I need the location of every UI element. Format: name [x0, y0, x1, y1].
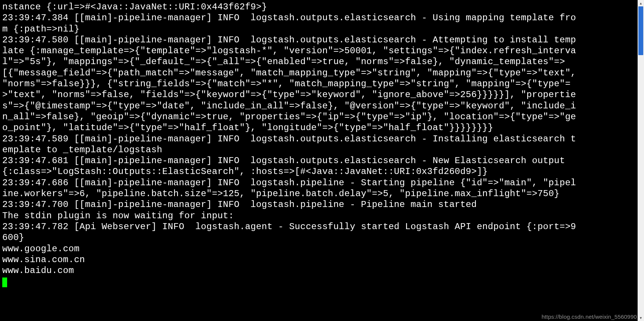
scrollbar-vertical[interactable]: ▲ ▼ — [638, 0, 644, 321]
log-line: The stdin plugin is now waiting for inpu… — [2, 211, 234, 221]
log-line: 23:39:47.700 [[main]-pipeline-manager] I… — [2, 200, 477, 210]
log-line: www.sina.com.cn — [2, 255, 85, 265]
log-line: 23:39:47.782 [Api Webserver] INFO logsta… — [2, 222, 576, 243]
log-line: 23:39:47.686 [[main]-pipeline-manager] I… — [2, 178, 576, 199]
log-line: www.google.com — [2, 244, 80, 254]
scrollbar-arrow-down-icon[interactable]: ▼ — [638, 315, 644, 321]
watermark-text: https://blog.csdn.net/weixin_5560990 — [542, 314, 637, 320]
log-line: 23:39:47.589 [[main]-pipeline-manager] I… — [2, 134, 576, 155]
log-line: 23:39:47.580 [[main]-pipeline-manager] I… — [2, 35, 579, 133]
log-line: www.baidu.com — [2, 266, 74, 276]
log-line: 23:39:47.384 [[main]-pipeline-manager] I… — [2, 13, 576, 34]
terminal-cursor — [2, 278, 7, 287]
log-line: 23:39:47.681 [[main]-pipeline-manager] I… — [2, 156, 570, 177]
terminal-output[interactable]: nstance {:url=>#<Java::JavaNet::URI:0x44… — [0, 0, 579, 321]
scrollbar-thumb[interactable] — [638, 6, 643, 55]
scrollbar-arrow-up-icon[interactable]: ▲ — [638, 0, 644, 6]
log-line: nstance {:url=>#<Java::JavaNet::URI:0x44… — [2, 2, 267, 12]
